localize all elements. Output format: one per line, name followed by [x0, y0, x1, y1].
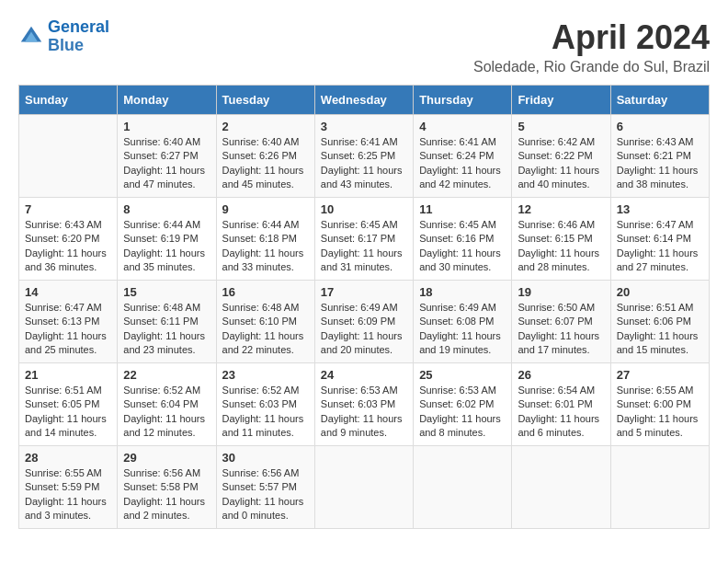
day-cell: 16Sunrise: 6:48 AMSunset: 6:10 PMDayligh…	[216, 281, 314, 363]
day-number: 3	[321, 120, 407, 133]
day-cell: 12Sunrise: 6:46 AMSunset: 6:15 PMDayligh…	[512, 198, 610, 281]
day-number: 7	[25, 202, 111, 216]
day-number: 28	[25, 451, 111, 465]
day-info: Sunrise: 6:52 AMSunset: 6:03 PMDaylight:…	[222, 384, 309, 441]
day-number: 29	[123, 451, 210, 465]
day-number: 16	[222, 285, 309, 299]
day-info: Sunrise: 6:44 AMSunset: 6:18 PMDaylight:…	[222, 218, 309, 275]
day-number: 18	[419, 285, 506, 299]
day-number: 11	[419, 202, 506, 216]
day-cell: 10Sunrise: 6:45 AMSunset: 6:17 PMDayligh…	[314, 198, 413, 281]
day-cell: 9Sunrise: 6:44 AMSunset: 6:18 PMDaylight…	[216, 198, 314, 281]
day-number: 30	[222, 451, 309, 465]
day-cell: 13Sunrise: 6:47 AMSunset: 6:14 PMDayligh…	[610, 198, 709, 281]
day-info: Sunrise: 6:48 AMSunset: 6:10 PMDaylight:…	[222, 301, 309, 358]
day-cell: 30Sunrise: 6:56 AMSunset: 5:57 PMDayligh…	[216, 446, 314, 529]
day-cell	[610, 446, 709, 529]
week-row-5: 28Sunrise: 6:55 AMSunset: 5:59 PMDayligh…	[19, 446, 710, 529]
day-info: Sunrise: 6:47 AMSunset: 6:13 PMDaylight:…	[25, 301, 111, 358]
day-number: 6	[617, 120, 703, 133]
day-number: 12	[518, 202, 604, 216]
day-number: 9	[222, 202, 309, 216]
day-number: 15	[123, 285, 210, 299]
day-cell: 2Sunrise: 6:40 AMSunset: 6:26 PMDaylight…	[216, 115, 314, 198]
day-number: 1	[123, 120, 210, 133]
weekday-header-sunday: Sunday	[19, 86, 118, 115]
day-cell: 22Sunrise: 6:52 AMSunset: 6:04 PMDayligh…	[118, 363, 216, 446]
weekday-header-row: SundayMondayTuesdayWednesdayThursdayFrid…	[19, 86, 710, 115]
day-info: Sunrise: 6:51 AMSunset: 6:06 PMDaylight:…	[617, 301, 703, 358]
day-cell	[19, 115, 118, 198]
day-cell: 8Sunrise: 6:44 AMSunset: 6:19 PMDaylight…	[118, 198, 216, 281]
day-cell: 3Sunrise: 6:41 AMSunset: 6:25 PMDaylight…	[314, 115, 413, 198]
page-header: General Blue April 2024 Soledade, Rio Gr…	[18, 18, 710, 75]
day-number: 20	[617, 285, 703, 299]
day-number: 25	[419, 368, 506, 382]
weekday-header-thursday: Thursday	[414, 86, 512, 115]
day-cell: 21Sunrise: 6:51 AMSunset: 6:05 PMDayligh…	[19, 363, 118, 446]
day-info: Sunrise: 6:53 AMSunset: 6:03 PMDaylight:…	[321, 384, 407, 441]
day-cell: 23Sunrise: 6:52 AMSunset: 6:03 PMDayligh…	[216, 363, 314, 446]
day-number: 5	[518, 120, 604, 133]
day-info: Sunrise: 6:43 AMSunset: 6:20 PMDaylight:…	[25, 218, 111, 275]
day-number: 2	[222, 120, 309, 133]
day-info: Sunrise: 6:53 AMSunset: 6:02 PMDaylight:…	[419, 384, 506, 441]
day-cell: 15Sunrise: 6:48 AMSunset: 6:11 PMDayligh…	[118, 281, 216, 363]
day-info: Sunrise: 6:54 AMSunset: 6:01 PMDaylight:…	[518, 384, 604, 441]
day-cell: 28Sunrise: 6:55 AMSunset: 5:59 PMDayligh…	[19, 446, 118, 529]
day-number: 21	[25, 368, 111, 382]
title-block: April 2024 Soledade, Rio Grande do Sul, …	[473, 18, 710, 75]
day-cell: 7Sunrise: 6:43 AMSunset: 6:20 PMDaylight…	[19, 198, 118, 281]
day-info: Sunrise: 6:40 AMSunset: 6:27 PMDaylight:…	[123, 135, 210, 192]
week-row-4: 21Sunrise: 6:51 AMSunset: 6:05 PMDayligh…	[19, 363, 710, 446]
day-info: Sunrise: 6:41 AMSunset: 6:25 PMDaylight:…	[321, 135, 407, 192]
weekday-header-saturday: Saturday	[610, 86, 709, 115]
day-number: 8	[123, 202, 210, 216]
week-row-1: 1Sunrise: 6:40 AMSunset: 6:27 PMDaylight…	[19, 115, 710, 198]
day-cell	[512, 446, 610, 529]
logo-text: General Blue	[48, 18, 109, 55]
day-cell: 27Sunrise: 6:55 AMSunset: 6:00 PMDayligh…	[610, 363, 709, 446]
month-title: April 2024	[473, 18, 710, 57]
day-number: 13	[617, 202, 703, 216]
day-number: 4	[419, 120, 506, 133]
day-cell: 20Sunrise: 6:51 AMSunset: 6:06 PMDayligh…	[610, 281, 709, 363]
day-cell: 11Sunrise: 6:45 AMSunset: 6:16 PMDayligh…	[414, 198, 512, 281]
calendar-table: SundayMondayTuesdayWednesdayThursdayFrid…	[18, 85, 710, 529]
day-number: 17	[321, 285, 407, 299]
day-info: Sunrise: 6:48 AMSunset: 6:11 PMDaylight:…	[123, 301, 210, 358]
week-row-2: 7Sunrise: 6:43 AMSunset: 6:20 PMDaylight…	[19, 198, 710, 281]
day-number: 24	[321, 368, 407, 382]
day-number: 27	[617, 368, 703, 382]
day-cell: 26Sunrise: 6:54 AMSunset: 6:01 PMDayligh…	[512, 363, 610, 446]
day-info: Sunrise: 6:55 AMSunset: 6:00 PMDaylight:…	[617, 384, 703, 441]
day-info: Sunrise: 6:47 AMSunset: 6:14 PMDaylight:…	[617, 218, 703, 275]
day-info: Sunrise: 6:41 AMSunset: 6:24 PMDaylight:…	[419, 135, 506, 192]
day-cell	[314, 446, 413, 529]
day-info: Sunrise: 6:56 AMSunset: 5:57 PMDaylight:…	[222, 466, 309, 523]
day-info: Sunrise: 6:55 AMSunset: 5:59 PMDaylight:…	[25, 466, 111, 523]
day-cell: 19Sunrise: 6:50 AMSunset: 6:07 PMDayligh…	[512, 281, 610, 363]
day-cell: 1Sunrise: 6:40 AMSunset: 6:27 PMDaylight…	[118, 115, 216, 198]
day-info: Sunrise: 6:49 AMSunset: 6:08 PMDaylight:…	[419, 301, 506, 358]
day-info: Sunrise: 6:56 AMSunset: 5:58 PMDaylight:…	[123, 466, 210, 523]
day-info: Sunrise: 6:45 AMSunset: 6:16 PMDaylight:…	[419, 218, 506, 275]
day-number: 23	[222, 368, 309, 382]
weekday-header-friday: Friday	[512, 86, 610, 115]
day-number: 10	[321, 202, 407, 216]
day-cell: 29Sunrise: 6:56 AMSunset: 5:58 PMDayligh…	[118, 446, 216, 529]
day-number: 26	[518, 368, 604, 382]
day-info: Sunrise: 6:40 AMSunset: 6:26 PMDaylight:…	[222, 135, 309, 192]
day-cell	[414, 446, 512, 529]
weekday-header-wednesday: Wednesday	[314, 86, 413, 115]
day-cell: 5Sunrise: 6:42 AMSunset: 6:22 PMDaylight…	[512, 115, 610, 198]
weekday-header-tuesday: Tuesday	[216, 86, 314, 115]
logo: General Blue	[18, 18, 109, 55]
day-info: Sunrise: 6:51 AMSunset: 6:05 PMDaylight:…	[25, 384, 111, 441]
day-info: Sunrise: 6:52 AMSunset: 6:04 PMDaylight:…	[123, 384, 210, 441]
day-cell: 17Sunrise: 6:49 AMSunset: 6:09 PMDayligh…	[314, 281, 413, 363]
day-cell: 24Sunrise: 6:53 AMSunset: 6:03 PMDayligh…	[314, 363, 413, 446]
day-number: 22	[123, 368, 210, 382]
day-info: Sunrise: 6:49 AMSunset: 6:09 PMDaylight:…	[321, 301, 407, 358]
location-title: Soledade, Rio Grande do Sul, Brazil	[473, 59, 710, 75]
